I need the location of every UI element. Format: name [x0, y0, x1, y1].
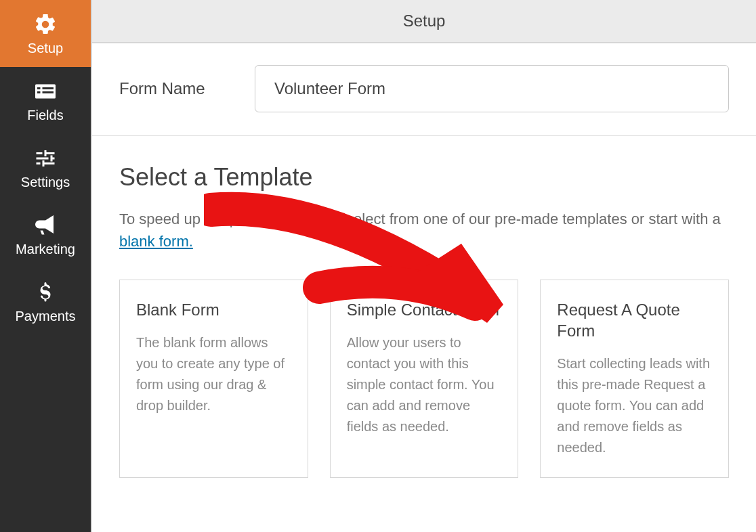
template-grid: Blank Form The blank form allows you to … — [119, 280, 729, 478]
template-section-title: Select a Template — [119, 163, 729, 192]
gear-icon — [33, 12, 58, 37]
sidebar-item-label: Setup — [28, 41, 63, 56]
main-panel: Setup Form Name Select a Template To spe… — [91, 0, 756, 532]
topbar-title: Setup — [403, 12, 446, 30]
sidebar-item-payments[interactable]: Payments — [0, 268, 91, 335]
sidebar-item-label: Fields — [27, 108, 63, 123]
sidebar-item-settings[interactable]: Settings — [0, 134, 91, 201]
sidebar: Setup Fields Settings Marketing Payments — [0, 0, 91, 532]
sidebar-item-label: Settings — [21, 175, 70, 190]
template-desc: Start collecting leads with this pre-mad… — [557, 353, 712, 458]
list-icon — [33, 79, 58, 104]
sidebar-item-label: Marketing — [16, 242, 75, 257]
template-section-desc: To speed up the process, you can select … — [119, 208, 729, 252]
megaphone-icon — [33, 213, 58, 238]
sidebar-item-label: Payments — [16, 309, 76, 324]
form-name-label: Form Name — [119, 79, 255, 98]
sidebar-item-setup[interactable]: Setup — [0, 0, 91, 67]
template-card-request-quote[interactable]: Request A Quote Form Start collecting le… — [540, 280, 729, 478]
topbar: Setup — [92, 0, 756, 43]
desc-text: To speed up the process, you can select … — [119, 210, 721, 227]
sliders-icon — [33, 146, 58, 171]
form-name-input[interactable] — [255, 65, 729, 112]
template-title: Blank Form — [136, 299, 291, 320]
template-card-blank[interactable]: Blank Form The blank form allows you to … — [119, 280, 308, 478]
content: Select a Template To speed up the proces… — [92, 136, 756, 478]
blank-form-link[interactable]: blank form. — [119, 233, 193, 250]
sidebar-item-marketing[interactable]: Marketing — [0, 201, 91, 268]
form-name-row: Form Name — [92, 43, 756, 136]
template-desc: The blank form allows you to create any … — [136, 332, 291, 416]
template-card-simple-contact[interactable]: Simple Contact Form Allow your users to … — [330, 280, 519, 478]
sidebar-item-fields[interactable]: Fields — [0, 67, 91, 134]
dollar-icon — [33, 280, 58, 305]
template-title: Simple Contact Form — [347, 299, 502, 320]
template-desc: Allow your users to contact you with thi… — [347, 332, 502, 437]
template-title: Request A Quote Form — [557, 299, 712, 341]
